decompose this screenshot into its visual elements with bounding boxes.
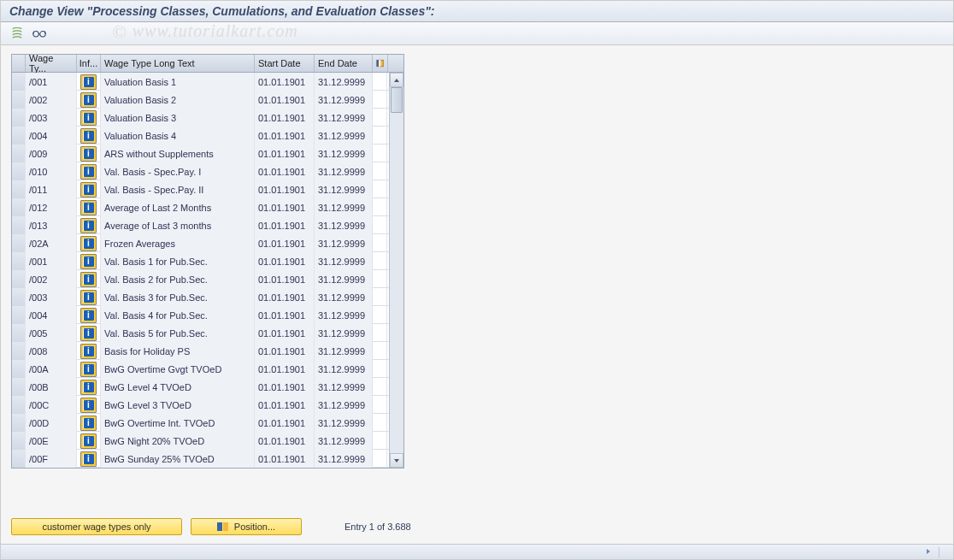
info-button[interactable]: i — [80, 218, 97, 233]
cell-start-date[interactable]: 01.01.1901 — [255, 127, 315, 144]
cell-end-date[interactable]: 31.12.9999 — [315, 180, 373, 198]
select-all-header[interactable] — [12, 55, 26, 72]
row-selector[interactable] — [12, 342, 26, 360]
cell-end-date[interactable]: 31.12.9999 — [315, 252, 373, 270]
cell-wage-type[interactable]: /011 — [26, 180, 77, 198]
cell-wage-type[interactable]: /02A — [26, 234, 77, 252]
col-start-date[interactable]: Start Date — [255, 55, 315, 72]
table-row[interactable]: /005iVal. Basis 5 for Pub.Sec.01.01.1901… — [12, 324, 403, 342]
cell-start-date[interactable]: 01.01.1901 — [255, 234, 315, 252]
cell-wage-type[interactable]: /002 — [26, 91, 77, 109]
row-selector[interactable] — [12, 109, 26, 127]
info-button[interactable]: i — [80, 398, 97, 413]
cell-start-date[interactable]: 01.01.1901 — [255, 162, 315, 180]
cell-long-text[interactable]: Val. Basis 2 for Pub.Sec. — [101, 270, 255, 288]
cell-start-date[interactable]: 01.01.1901 — [255, 360, 315, 378]
cell-start-date[interactable]: 01.01.1901 — [255, 450, 315, 468]
table-row[interactable]: /003iValuation Basis 301.01.190131.12.99… — [12, 109, 403, 127]
cell-long-text[interactable]: Basis for Holiday PS — [101, 342, 255, 360]
row-selector[interactable] — [12, 450, 26, 468]
cell-wage-type[interactable]: /010 — [26, 162, 77, 180]
scroll-thumb[interactable] — [391, 87, 403, 113]
row-selector[interactable] — [12, 414, 26, 432]
cell-start-date[interactable]: 01.01.1901 — [255, 432, 315, 450]
cell-end-date[interactable]: 31.12.9999 — [315, 378, 373, 396]
col-info[interactable]: Inf... — [77, 55, 101, 72]
info-button[interactable]: i — [80, 182, 97, 197]
cell-wage-type[interactable]: /005 — [26, 324, 77, 342]
row-selector[interactable] — [12, 144, 26, 162]
cell-long-text[interactable]: BwG Sunday 25% TVOeD — [101, 450, 255, 468]
table-row[interactable]: /003iVal. Basis 3 for Pub.Sec.01.01.1901… — [12, 288, 403, 306]
cell-start-date[interactable]: 01.01.1901 — [255, 270, 315, 288]
cell-end-date[interactable]: 31.12.9999 — [315, 324, 373, 342]
cell-wage-type[interactable]: /00B — [26, 378, 77, 396]
cell-end-date[interactable]: 31.12.9999 — [315, 288, 373, 306]
cell-start-date[interactable]: 01.01.1901 — [255, 91, 315, 109]
cell-end-date[interactable]: 31.12.9999 — [315, 91, 373, 109]
cell-wage-type[interactable]: /008 — [26, 342, 77, 360]
cell-start-date[interactable]: 01.01.1901 — [255, 180, 315, 198]
table-row[interactable]: /011iVal. Basis - Spec.Pay. II01.01.1901… — [12, 180, 403, 198]
cell-long-text[interactable]: BwG Level 4 TVOeD — [101, 378, 255, 396]
table-row[interactable]: /00FiBwG Sunday 25% TVOeD01.01.190131.12… — [12, 450, 403, 468]
info-button[interactable]: i — [80, 380, 97, 395]
table-row[interactable]: /010iVal. Basis - Spec.Pay. I01.01.19013… — [12, 162, 403, 180]
cell-end-date[interactable]: 31.12.9999 — [315, 144, 373, 162]
info-button[interactable]: i — [80, 344, 97, 359]
cell-wage-type[interactable]: /004 — [26, 127, 77, 144]
cell-wage-type[interactable]: /00F — [26, 450, 77, 468]
info-button[interactable]: i — [80, 128, 97, 144]
table-row[interactable]: /00CiBwG Level 3 TVOeD01.01.190131.12.99… — [12, 396, 403, 414]
table-row[interactable]: /004iVal. Basis 4 for Pub.Sec.01.01.1901… — [12, 306, 403, 324]
vertical-scrollbar[interactable] — [389, 73, 403, 468]
row-selector[interactable] — [12, 234, 26, 252]
info-button[interactable]: i — [80, 236, 97, 251]
table-row[interactable]: /002iValuation Basis 201.01.190131.12.99… — [12, 91, 403, 109]
row-selector[interactable] — [12, 360, 26, 378]
info-button[interactable]: i — [80, 326, 97, 341]
position-button[interactable]: Position... — [191, 518, 302, 535]
cell-long-text[interactable]: Valuation Basis 1 — [101, 73, 255, 91]
cell-end-date[interactable]: 31.12.9999 — [315, 432, 373, 450]
info-button[interactable]: i — [80, 451, 97, 467]
cell-wage-type[interactable]: /004 — [26, 306, 77, 324]
cell-start-date[interactable]: 01.01.1901 — [255, 198, 315, 216]
cell-long-text[interactable]: Val. Basis 5 for Pub.Sec. — [101, 324, 255, 342]
cell-long-text[interactable]: Val. Basis 1 for Pub.Sec. — [101, 252, 255, 270]
table-row[interactable]: /002iVal. Basis 2 for Pub.Sec.01.01.1901… — [12, 270, 403, 288]
info-button[interactable]: i — [80, 254, 97, 269]
cell-start-date[interactable]: 01.01.1901 — [255, 342, 315, 360]
cell-wage-type[interactable]: /009 — [26, 144, 77, 162]
info-button[interactable]: i — [80, 92, 97, 108]
cell-start-date[interactable]: 01.01.1901 — [255, 144, 315, 162]
cell-long-text[interactable]: Average of Last 3 months — [101, 216, 255, 234]
cell-end-date[interactable]: 31.12.9999 — [315, 127, 373, 144]
info-button[interactable]: i — [80, 433, 97, 449]
table-row[interactable]: /00AiBwG Overtime Gvgt TVOeD01.01.190131… — [12, 360, 403, 378]
cell-start-date[interactable]: 01.01.1901 — [255, 252, 315, 270]
cell-long-text[interactable]: Valuation Basis 4 — [101, 127, 255, 144]
cell-start-date[interactable]: 01.01.1901 — [255, 288, 315, 306]
cell-long-text[interactable]: Valuation Basis 2 — [101, 91, 255, 109]
cell-long-text[interactable]: BwG Level 3 TVOeD — [101, 396, 255, 414]
cell-wage-type[interactable]: /00A — [26, 360, 77, 378]
table-settings-icon[interactable] — [373, 55, 388, 72]
row-selector[interactable] — [12, 252, 26, 270]
cell-end-date[interactable]: 31.12.9999 — [315, 270, 373, 288]
table-row[interactable]: /001iVal. Basis 1 for Pub.Sec.01.01.1901… — [12, 252, 403, 270]
info-button[interactable]: i — [80, 110, 97, 126]
status-nav-icon[interactable] — [925, 547, 932, 557]
cell-end-date[interactable]: 31.12.9999 — [315, 216, 373, 234]
table-row[interactable]: /009iARS without Supplements01.01.190131… — [12, 144, 403, 162]
cell-start-date[interactable]: 01.01.1901 — [255, 306, 315, 324]
col-end-date[interactable]: End Date — [315, 55, 373, 72]
table-row[interactable]: /012iAverage of Last 2 Months01.01.19013… — [12, 198, 403, 216]
cell-long-text[interactable]: Val. Basis - Spec.Pay. I — [101, 162, 255, 180]
table-row[interactable]: /004iValuation Basis 401.01.190131.12.99… — [12, 127, 403, 144]
table-row[interactable]: /013iAverage of Last 3 months01.01.19013… — [12, 216, 403, 234]
cell-start-date[interactable]: 01.01.1901 — [255, 216, 315, 234]
row-selector[interactable] — [12, 306, 26, 324]
cell-long-text[interactable]: Average of Last 2 Months — [101, 198, 255, 216]
row-selector[interactable] — [12, 73, 26, 91]
